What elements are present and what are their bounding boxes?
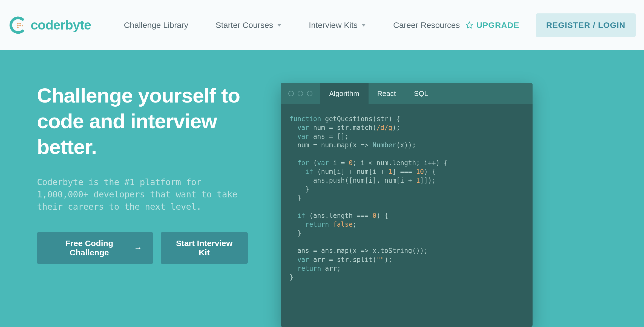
- svg-point-2: [17, 25, 19, 26]
- window-dot-icon: [288, 91, 294, 96]
- star-icon: [465, 21, 473, 29]
- hero-title: Challenge yourself to code and interview…: [37, 83, 248, 160]
- svg-marker-6: [466, 22, 472, 28]
- nav-label: Interview Kits: [309, 21, 358, 30]
- main-header: coderbyte Challenge Library Starter Cour…: [0, 0, 644, 50]
- chevron-down-icon: [361, 24, 366, 27]
- tab-label: Algorithm: [329, 89, 359, 98]
- nav-label: Starter Courses: [216, 21, 273, 30]
- svg-point-4: [22, 25, 23, 26]
- arrow-right-icon: →: [134, 243, 142, 253]
- nav-challenge-library[interactable]: Challenge Library: [124, 21, 188, 30]
- nav-career-resources[interactable]: Career Resources: [393, 21, 460, 30]
- upgrade-label: UPGRADE: [476, 21, 519, 30]
- hero-content: Challenge yourself to code and interview…: [37, 83, 248, 327]
- code-body: function getQuestions(str) { var num = s…: [281, 104, 533, 292]
- tab-label: SQL: [414, 89, 428, 98]
- window-dot-icon: [307, 91, 312, 96]
- cta-label: Start Interview Kit: [172, 239, 237, 257]
- register-label: REGISTER / LOGIN: [546, 21, 625, 30]
- nav-label: Career Resources: [393, 21, 460, 30]
- tab-react[interactable]: React: [368, 83, 405, 104]
- hero-subtitle: Coderbyte is the #1 platform for 1,000,0…: [37, 176, 248, 213]
- right-nav: UPGRADE REGISTER / LOGIN: [465, 13, 636, 37]
- code-window-header: Algorithm React SQL: [281, 83, 533, 104]
- window-dot-icon: [298, 91, 303, 96]
- svg-point-5: [17, 27, 19, 28]
- logo-text: coderbyte: [31, 17, 91, 33]
- tab-algorithm[interactable]: Algorithm: [320, 83, 368, 104]
- svg-point-1: [19, 23, 21, 24]
- upgrade-link[interactable]: UPGRADE: [465, 21, 519, 30]
- nav-interview-kits[interactable]: Interview Kits: [309, 21, 366, 30]
- code-tabs: Algorithm React SQL: [320, 83, 437, 104]
- hero-cta-group: Free Coding Challenge → Start Interview …: [37, 232, 248, 264]
- nav-starter-courses[interactable]: Starter Courses: [216, 21, 281, 30]
- chevron-down-icon: [277, 24, 281, 27]
- tab-sql[interactable]: SQL: [405, 83, 437, 104]
- logo-icon: [8, 16, 27, 35]
- main-nav: Challenge Library Starter Courses Interv…: [124, 21, 460, 30]
- svg-point-3: [19, 25, 21, 26]
- free-challenge-button[interactable]: Free Coding Challenge →: [37, 232, 153, 264]
- nav-label: Challenge Library: [124, 21, 188, 30]
- cta-label: Free Coding Challenge: [48, 239, 131, 257]
- brand-logo[interactable]: coderbyte: [8, 16, 91, 35]
- window-controls: [281, 91, 320, 96]
- start-interview-kit-button[interactable]: Start Interview Kit: [161, 232, 248, 264]
- svg-point-0: [17, 23, 19, 24]
- code-window: Algorithm React SQL function getQuestion…: [281, 83, 533, 327]
- register-login-button[interactable]: REGISTER / LOGIN: [536, 13, 636, 37]
- tab-label: React: [377, 89, 396, 98]
- hero-section: Challenge yourself to code and interview…: [0, 50, 644, 327]
